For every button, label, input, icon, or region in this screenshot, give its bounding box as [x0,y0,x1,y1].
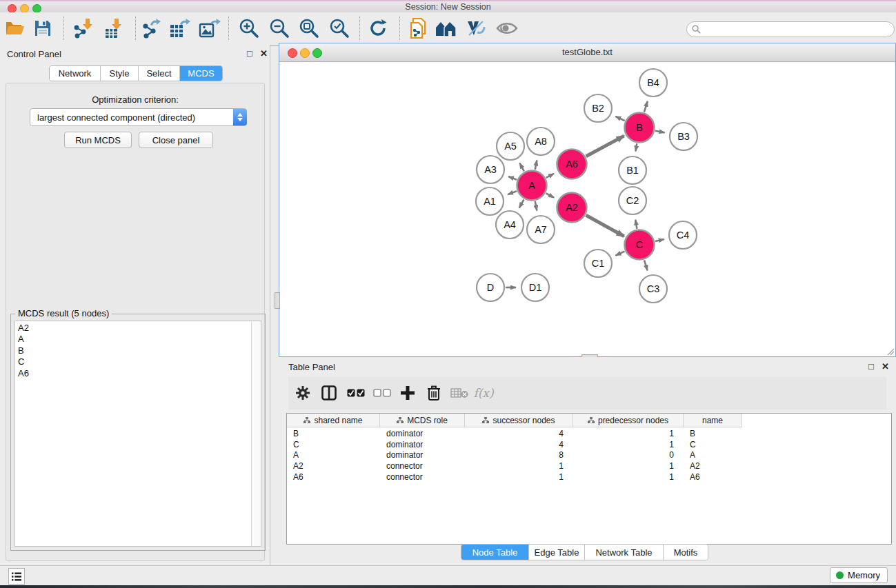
edge-A-A4[interactable] [519,200,524,208]
zoom-fit-button[interactable] [295,14,323,42]
cell-A-predecessor-nodes[interactable]: 0 [573,450,684,461]
cell-A6-shared-name[interactable]: A6 [287,472,380,483]
edge-A-A1[interactable] [508,191,517,194]
edge-A-A5[interactable] [519,163,524,172]
result-item[interactable]: A2 [15,323,261,334]
column-header-predecessor-nodes[interactable]: predecessor nodes [573,414,684,427]
result-item[interactable]: C [15,356,261,367]
zoom-out-button[interactable] [266,14,293,42]
unselect-all-button[interactable] [369,380,395,406]
control-tab-mcds[interactable]: MCDS [180,66,222,81]
export-table-button[interactable] [166,14,194,42]
cell-A2-successor-nodes[interactable]: 1 [465,461,573,472]
edge-A2-C[interactable] [586,215,624,236]
node-A7[interactable]: A7 [527,216,555,243]
edge-B-B1[interactable] [636,143,637,151]
node-B[interactable]: B [625,113,655,143]
node-A[interactable]: A [517,171,547,201]
search-field[interactable] [686,21,895,37]
run-mcds-button[interactable]: Run MCDS [64,132,132,148]
memory-button[interactable]: Memory [830,567,888,583]
cell-C-shared-name[interactable]: C [287,440,380,451]
node-A1[interactable]: A1 [476,187,504,215]
column-header-shared-name[interactable]: shared name [287,414,380,427]
node-C3[interactable]: C3 [639,275,667,303]
cell-A6-predecessor-nodes[interactable]: 1 [573,472,684,483]
node-D[interactable]: D [477,274,504,301]
edge-C-C2[interactable] [635,220,637,229]
search-input[interactable] [701,24,894,35]
cell-C-successor-nodes[interactable]: 4 [465,440,573,451]
edge-A-A6[interactable] [546,174,554,178]
delete-column-button[interactable] [421,380,447,406]
network-graph-canvas[interactable]: B4 B2 B B3 A5 A8 A6 A3 B1 A A1 C2 A2 A4 … [279,61,895,356]
edge-C-C4[interactable] [655,239,664,241]
hide-graphics-details-button[interactable] [462,14,490,42]
edge-C-C3[interactable] [644,260,648,270]
table-tab-network-table[interactable]: Network Table [585,545,664,560]
table-float-icon[interactable]: □ [868,361,874,372]
node-B1[interactable]: B1 [619,156,646,184]
node-A3[interactable]: A3 [477,156,504,183]
node-A6[interactable]: A6 [557,150,587,179]
select-all-button[interactable] [343,380,369,406]
cell-A-name[interactable]: A [684,450,742,461]
cell-B-shared-name[interactable]: B [287,429,380,440]
table-tab-node-table[interactable]: Node Table [461,545,529,560]
table-tab-motifs[interactable]: Motifs [664,545,708,560]
edge-A6-B[interactable] [586,136,624,156]
cell-B-predecessor-nodes[interactable]: 1 [573,429,684,440]
node-B2[interactable]: B2 [584,94,612,122]
add-column-button[interactable] [395,380,421,406]
node-C4[interactable]: C4 [669,221,697,249]
edge-A-A3[interactable] [508,176,517,180]
home-button[interactable] [432,14,460,42]
cell-A2-name[interactable]: A2 [684,461,742,472]
refresh-network-button[interactable] [364,14,392,42]
cell-A2-predecessor-nodes[interactable]: 1 [573,461,684,472]
table-tab-edge-table[interactable]: Edge Table [529,545,585,560]
node-A2[interactable]: A2 [557,193,587,223]
criterion-select[interactable]: largest connected component (directed) [30,108,247,126]
node-C[interactable]: C [625,230,655,260]
open-session-button[interactable] [1,14,29,42]
node-table[interactable]: shared name MCDS role successor nodes pr… [286,413,892,545]
function-builder-button[interactable]: f(x) [470,380,497,406]
cell-C-name[interactable]: C [684,440,742,451]
save-session-button[interactable] [29,14,57,42]
close-panel-icon[interactable]: ✕ [260,48,268,59]
node-B4[interactable]: B4 [639,69,667,97]
export-image-button[interactable] [196,14,223,42]
show-graphics-details-button[interactable] [493,14,521,42]
column-header-successor-nodes[interactable]: successor nodes [465,414,573,427]
cell-C-predecessor-nodes[interactable]: 1 [573,440,684,451]
cell-A6-successor-nodes[interactable]: 1 [465,472,573,483]
cell-A6-MCDS-role[interactable]: connector [380,472,465,483]
result-item[interactable]: A [15,334,261,345]
copy-network-view-button[interactable] [405,14,432,42]
cell-A-successor-nodes[interactable]: 8 [465,450,573,461]
cell-A-shared-name[interactable]: A [287,450,380,461]
node-C2[interactable]: C2 [619,187,646,214]
table-options-button[interactable] [290,380,316,406]
close-panel-button[interactable]: Close panel [139,132,213,148]
cell-A2-shared-name[interactable]: A2 [287,461,380,472]
result-scrollbar[interactable] [251,321,261,546]
cell-A6-name[interactable]: A6 [684,472,742,483]
export-network-button[interactable] [137,14,165,42]
table-close-icon[interactable]: ✕ [882,361,889,372]
zoom-selected-button[interactable] [326,14,353,42]
edge-B-B3[interactable] [655,131,665,133]
delete-table-button[interactable] [446,380,472,406]
cell-A2-MCDS-role[interactable]: connector [380,461,465,472]
vertical-splitter-handle[interactable] [275,292,280,309]
result-item[interactable]: B [15,345,261,356]
cell-C-MCDS-role[interactable]: dominator [380,440,465,451]
node-A5[interactable]: A5 [497,132,524,160]
edge-A-A8[interactable] [535,160,537,170]
edge-A-A2[interactable] [546,193,555,197]
result-item[interactable]: A6 [15,368,261,379]
float-panel-icon[interactable]: □ [247,48,252,59]
resize-grip-icon[interactable] [886,347,895,356]
control-tab-network[interactable]: Network [50,66,101,81]
